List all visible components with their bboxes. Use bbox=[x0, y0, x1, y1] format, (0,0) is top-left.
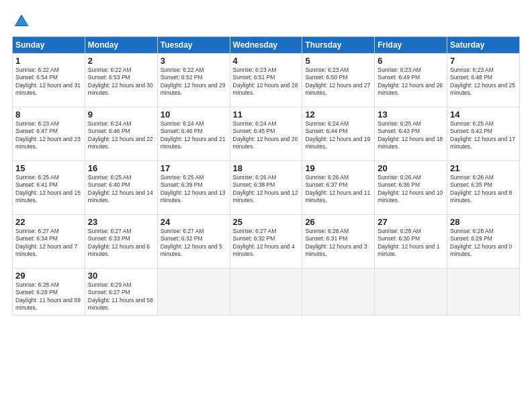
day-number: 9 bbox=[88, 109, 154, 120]
day-cell: 21Sunrise: 6:26 AM Sunset: 6:35 PM Dayli… bbox=[447, 161, 520, 215]
day-number: 21 bbox=[450, 163, 517, 173]
header bbox=[12, 12, 520, 31]
day-cell: 2Sunrise: 6:22 AM Sunset: 6:53 PM Daylig… bbox=[85, 54, 157, 107]
day-cell: 18Sunrise: 6:26 AM Sunset: 6:38 PM Dayli… bbox=[230, 161, 302, 215]
day-number: 5 bbox=[305, 56, 371, 66]
day-info: Sunrise: 6:23 AM Sunset: 6:51 PM Dayligh… bbox=[233, 66, 300, 97]
col-header-tuesday: Tuesday bbox=[157, 37, 230, 54]
day-cell: 27Sunrise: 6:28 AM Sunset: 6:30 PM Dayli… bbox=[375, 215, 447, 269]
day-info: Sunrise: 6:23 AM Sunset: 6:47 PM Dayligh… bbox=[15, 120, 82, 151]
day-cell: 29Sunrise: 6:28 AM Sunset: 6:28 PM Dayli… bbox=[13, 269, 85, 316]
day-info: Sunrise: 6:25 AM Sunset: 6:42 PM Dayligh… bbox=[450, 120, 517, 151]
day-info: Sunrise: 6:22 AM Sunset: 6:53 PM Dayligh… bbox=[88, 66, 154, 97]
day-cell: 14Sunrise: 6:25 AM Sunset: 6:42 PM Dayli… bbox=[447, 107, 520, 161]
day-info: Sunrise: 6:26 AM Sunset: 6:37 PM Dayligh… bbox=[305, 174, 371, 205]
day-cell: 30Sunrise: 6:29 AM Sunset: 6:27 PM Dayli… bbox=[85, 269, 157, 316]
day-cell: 11Sunrise: 6:24 AM Sunset: 6:45 PM Dayli… bbox=[230, 107, 302, 161]
day-info: Sunrise: 6:26 AM Sunset: 6:35 PM Dayligh… bbox=[450, 174, 517, 205]
day-info: Sunrise: 6:28 AM Sunset: 6:31 PM Dayligh… bbox=[305, 228, 371, 259]
day-number: 13 bbox=[378, 109, 444, 120]
page: SundayMondayTuesdayWednesdayThursdayFrid… bbox=[0, 0, 532, 411]
day-cell bbox=[230, 269, 302, 316]
day-cell: 6Sunrise: 6:23 AM Sunset: 6:49 PM Daylig… bbox=[375, 54, 447, 107]
col-header-thursday: Thursday bbox=[302, 37, 375, 54]
day-info: Sunrise: 6:25 AM Sunset: 6:39 PM Dayligh… bbox=[161, 174, 227, 205]
col-header-saturday: Saturday bbox=[447, 37, 520, 54]
day-cell: 25Sunrise: 6:27 AM Sunset: 6:32 PM Dayli… bbox=[230, 215, 302, 269]
day-number: 7 bbox=[450, 56, 517, 66]
week-row-6: 29Sunrise: 6:28 AM Sunset: 6:28 PM Dayli… bbox=[13, 269, 520, 316]
day-cell bbox=[157, 269, 230, 316]
day-cell: 3Sunrise: 6:22 AM Sunset: 6:52 PM Daylig… bbox=[157, 54, 230, 107]
day-cell bbox=[375, 269, 447, 316]
day-number: 23 bbox=[88, 217, 154, 227]
day-info: Sunrise: 6:28 AM Sunset: 6:30 PM Dayligh… bbox=[378, 228, 444, 259]
header-row: SundayMondayTuesdayWednesdayThursdayFrid… bbox=[13, 37, 520, 54]
day-cell: 10Sunrise: 6:24 AM Sunset: 6:46 PM Dayli… bbox=[157, 107, 230, 161]
day-info: Sunrise: 6:23 AM Sunset: 6:50 PM Dayligh… bbox=[305, 66, 371, 97]
day-info: Sunrise: 6:24 AM Sunset: 6:44 PM Dayligh… bbox=[305, 120, 371, 151]
day-number: 26 bbox=[305, 217, 371, 227]
day-cell: 15Sunrise: 6:25 AM Sunset: 6:41 PM Dayli… bbox=[13, 161, 85, 215]
day-info: Sunrise: 6:25 AM Sunset: 6:43 PM Dayligh… bbox=[378, 120, 444, 151]
day-info: Sunrise: 6:23 AM Sunset: 6:49 PM Dayligh… bbox=[378, 66, 444, 97]
day-number: 16 bbox=[88, 163, 154, 173]
week-row-5: 22Sunrise: 6:27 AM Sunset: 6:34 PM Dayli… bbox=[13, 215, 520, 269]
day-cell: 8Sunrise: 6:23 AM Sunset: 6:47 PM Daylig… bbox=[13, 107, 85, 161]
day-info: Sunrise: 6:26 AM Sunset: 6:38 PM Dayligh… bbox=[233, 174, 300, 205]
day-cell: 4Sunrise: 6:23 AM Sunset: 6:51 PM Daylig… bbox=[230, 54, 302, 107]
week-row-2: 1Sunrise: 6:22 AM Sunset: 6:54 PM Daylig… bbox=[13, 54, 520, 107]
col-header-friday: Friday bbox=[375, 37, 447, 54]
day-number: 25 bbox=[233, 217, 300, 227]
day-number: 4 bbox=[233, 56, 300, 66]
day-number: 2 bbox=[88, 56, 154, 66]
logo bbox=[12, 12, 34, 31]
day-info: Sunrise: 6:27 AM Sunset: 6:32 PM Dayligh… bbox=[161, 228, 227, 259]
day-number: 20 bbox=[378, 163, 444, 173]
day-cell bbox=[447, 269, 520, 316]
day-cell: 1Sunrise: 6:22 AM Sunset: 6:54 PM Daylig… bbox=[13, 54, 85, 107]
day-info: Sunrise: 6:25 AM Sunset: 6:41 PM Dayligh… bbox=[15, 174, 82, 205]
day-info: Sunrise: 6:28 AM Sunset: 6:28 PM Dayligh… bbox=[15, 281, 82, 312]
day-number: 27 bbox=[378, 217, 444, 227]
day-number: 3 bbox=[161, 56, 227, 66]
day-cell: 26Sunrise: 6:28 AM Sunset: 6:31 PM Dayli… bbox=[302, 215, 375, 269]
day-cell: 24Sunrise: 6:27 AM Sunset: 6:32 PM Dayli… bbox=[157, 215, 230, 269]
logo-icon bbox=[12, 12, 31, 31]
day-cell: 19Sunrise: 6:26 AM Sunset: 6:37 PM Dayli… bbox=[302, 161, 375, 215]
calendar-table: SundayMondayTuesdayWednesdayThursdayFrid… bbox=[12, 36, 520, 316]
week-row-3: 8Sunrise: 6:23 AM Sunset: 6:47 PM Daylig… bbox=[13, 107, 520, 161]
day-info: Sunrise: 6:23 AM Sunset: 6:48 PM Dayligh… bbox=[450, 66, 517, 97]
day-number: 29 bbox=[15, 271, 82, 281]
col-header-wednesday: Wednesday bbox=[230, 37, 302, 54]
day-cell: 28Sunrise: 6:28 AM Sunset: 6:29 PM Dayli… bbox=[447, 215, 520, 269]
day-number: 28 bbox=[450, 217, 517, 227]
day-number: 19 bbox=[305, 163, 371, 173]
day-number: 17 bbox=[161, 163, 227, 173]
day-number: 14 bbox=[450, 109, 517, 120]
day-cell: 12Sunrise: 6:24 AM Sunset: 6:44 PM Dayli… bbox=[302, 107, 375, 161]
day-info: Sunrise: 6:27 AM Sunset: 6:34 PM Dayligh… bbox=[15, 228, 82, 259]
day-number: 11 bbox=[233, 109, 300, 120]
day-info: Sunrise: 6:28 AM Sunset: 6:29 PM Dayligh… bbox=[450, 228, 517, 259]
day-info: Sunrise: 6:26 AM Sunset: 6:36 PM Dayligh… bbox=[378, 174, 444, 205]
day-info: Sunrise: 6:27 AM Sunset: 6:33 PM Dayligh… bbox=[88, 228, 154, 259]
day-info: Sunrise: 6:24 AM Sunset: 6:45 PM Dayligh… bbox=[233, 120, 300, 151]
day-cell: 5Sunrise: 6:23 AM Sunset: 6:50 PM Daylig… bbox=[302, 54, 375, 107]
day-cell: 16Sunrise: 6:25 AM Sunset: 6:40 PM Dayli… bbox=[85, 161, 157, 215]
day-cell: 17Sunrise: 6:25 AM Sunset: 6:39 PM Dayli… bbox=[157, 161, 230, 215]
day-info: Sunrise: 6:25 AM Sunset: 6:40 PM Dayligh… bbox=[88, 174, 154, 205]
week-row-4: 15Sunrise: 6:25 AM Sunset: 6:41 PM Dayli… bbox=[13, 161, 520, 215]
col-header-monday: Monday bbox=[85, 37, 157, 54]
day-number: 1 bbox=[15, 56, 82, 66]
day-number: 8 bbox=[15, 109, 82, 120]
day-info: Sunrise: 6:22 AM Sunset: 6:54 PM Dayligh… bbox=[15, 66, 82, 97]
day-info: Sunrise: 6:24 AM Sunset: 6:46 PM Dayligh… bbox=[161, 120, 227, 151]
day-cell: 9Sunrise: 6:24 AM Sunset: 6:46 PM Daylig… bbox=[85, 107, 157, 161]
day-number: 18 bbox=[233, 163, 300, 173]
day-info: Sunrise: 6:24 AM Sunset: 6:46 PM Dayligh… bbox=[88, 120, 154, 151]
day-info: Sunrise: 6:27 AM Sunset: 6:32 PM Dayligh… bbox=[233, 228, 300, 259]
day-cell: 7Sunrise: 6:23 AM Sunset: 6:48 PM Daylig… bbox=[447, 54, 520, 107]
day-number: 22 bbox=[15, 217, 82, 227]
day-number: 30 bbox=[88, 271, 154, 281]
